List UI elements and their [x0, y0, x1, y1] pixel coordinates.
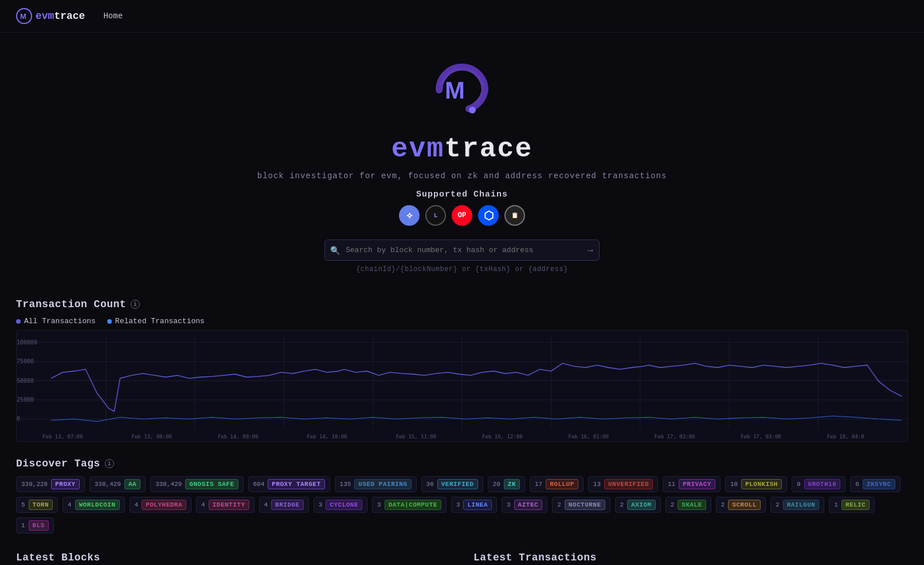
- tag-count: 1: [834, 501, 838, 508]
- tag-count: 36: [426, 481, 434, 488]
- tag-item[interactable]: 135USED PAIRING: [335, 476, 417, 492]
- tag-badge: SKALE: [678, 500, 706, 510]
- svg-text:M: M: [20, 12, 26, 21]
- tag-badge: WORLDCOIN: [75, 500, 120, 510]
- tag-item[interactable]: 2AXIOM: [615, 497, 661, 513]
- chain-linea-icon[interactable]: L: [425, 205, 446, 226]
- tags-grid: 339,228PROXY338,429AA338,429GNOSIS SAFE6…: [16, 476, 908, 533]
- tag-count: 339,228: [21, 481, 48, 488]
- tag-badge: CYCLONE: [326, 500, 362, 510]
- legend-dot-related: [107, 319, 112, 324]
- chain-base-icon[interactable]: ⬡: [478, 205, 499, 226]
- tag-item[interactable]: 2SCROLL: [716, 497, 766, 513]
- tag-item[interactable]: 2NOCTURNE: [552, 497, 610, 513]
- tag-item[interactable]: 3DATA|COMPUTE: [372, 497, 447, 513]
- tag-item[interactable]: 338,429AA: [89, 476, 146, 492]
- tag-count: 4: [201, 501, 205, 508]
- svg-text:Feb 13, 07:00: Feb 13, 07:00: [42, 433, 83, 440]
- tag-badge: AZTEC: [514, 500, 543, 510]
- svg-text:Feb 17, 02:00: Feb 17, 02:00: [655, 433, 695, 440]
- tag-item[interactable]: 17ROLLUP: [530, 476, 584, 492]
- svg-text:0: 0: [17, 415, 20, 422]
- tag-item[interactable]: 4POLYHEDRA: [130, 497, 192, 513]
- tag-count: 2: [620, 501, 624, 508]
- tag-item[interactable]: 3LINEA: [451, 497, 497, 513]
- tag-item[interactable]: 11PRIVACY: [663, 476, 721, 492]
- tag-item[interactable]: 339,228PROXY: [16, 476, 85, 492]
- legend-dot-all: [16, 319, 21, 324]
- tag-item[interactable]: 3AZTEC: [502, 497, 547, 513]
- chain-icons: ⟡ L OP ⬡ 📋: [399, 205, 525, 226]
- tag-count: 6: [855, 481, 859, 488]
- search-input[interactable]: [324, 240, 600, 261]
- transaction-count-info-icon[interactable]: i: [131, 300, 140, 309]
- tag-badge: AA: [124, 479, 140, 489]
- tag-badge: GNOSIS SAFE: [185, 479, 238, 489]
- tag-badge: BLS: [29, 520, 49, 531]
- chain-op-icon[interactable]: OP: [452, 205, 472, 226]
- tag-count: 4: [264, 501, 268, 508]
- tag-count: 20: [493, 481, 500, 488]
- navbar: M evmtrace Home: [0, 0, 924, 33]
- tag-item[interactable]: 6ZKSYNC: [850, 476, 900, 492]
- tag-badge: POLYHEDRA: [142, 500, 186, 510]
- chain-scroll-icon[interactable]: 📋: [504, 205, 525, 226]
- tag-item[interactable]: 1RELIC: [829, 497, 875, 513]
- tag-count: 2: [557, 501, 561, 508]
- latest-blocks-title: Latest Blocks: [16, 552, 451, 563]
- tag-badge: ROLLUP: [546, 479, 578, 489]
- latest-transactions-title: Latest Transactions: [473, 552, 908, 563]
- transaction-count-section: Transaction Count i All Transactions Rel…: [16, 299, 908, 442]
- tag-count: 2: [776, 501, 780, 508]
- search-hint: {chainId}/{blockNumber} or {txHash} or {…: [356, 265, 568, 273]
- svg-text:Feb 16, 12:00: Feb 16, 12:00: [482, 433, 522, 440]
- hero-section: M evmtrace block investigator for evm, f…: [0, 33, 924, 285]
- svg-text:Feb 14, 09:00: Feb 14, 09:00: [218, 433, 258, 440]
- tag-badge: PROXY TARGET: [268, 479, 324, 489]
- tag-count: 11: [668, 481, 675, 488]
- tag-item[interactable]: 2SKALE: [665, 497, 711, 513]
- tag-item[interactable]: 13UNVERIFIED: [588, 476, 658, 492]
- tag-count: 9: [797, 481, 801, 488]
- legend-all: All Transactions: [16, 317, 96, 325]
- tag-count: 13: [593, 481, 601, 488]
- nav-home-link[interactable]: Home: [103, 11, 123, 21]
- discover-tags-title: Discover Tags i: [16, 458, 908, 469]
- search-submit-button[interactable]: →: [586, 245, 595, 256]
- discover-tags-info-icon[interactable]: i: [105, 459, 114, 468]
- svg-text:100000: 100000: [17, 338, 37, 345]
- discover-tags-section: Discover Tags i 339,228PROXY338,429AA338…: [16, 458, 908, 533]
- nav-logo[interactable]: M evmtrace: [16, 8, 85, 24]
- tag-count: 4: [135, 501, 139, 508]
- tag-item[interactable]: 4BRIDGE: [259, 497, 309, 513]
- main-content: Transaction Count i All Transactions Rel…: [0, 285, 924, 565]
- tag-item[interactable]: 36VERIFIED: [421, 476, 483, 492]
- tag-item[interactable]: 4IDENTITY: [196, 497, 254, 513]
- hero-subtitle: block investigator for evm, focused on z…: [257, 171, 667, 181]
- tag-item[interactable]: 9GROTH16: [792, 476, 845, 492]
- tag-item[interactable]: 1BLS: [16, 517, 54, 533]
- svg-text:Feb 18, 04:0: Feb 18, 04:0: [827, 433, 864, 440]
- tag-item[interactable]: 3CYCLONE: [314, 497, 367, 513]
- tag-count: 3: [507, 501, 511, 508]
- tag-item[interactable]: 2RAILGUN: [770, 497, 824, 513]
- svg-point-3: [469, 107, 476, 113]
- tag-item[interactable]: 604PROXY TARGET: [248, 476, 330, 492]
- chart-legend: All Transactions Related Transactions: [16, 317, 908, 325]
- tag-count: 4: [68, 501, 72, 508]
- transaction-count-title: Transaction Count i: [16, 299, 908, 310]
- tag-count: 3: [319, 501, 323, 508]
- tag-item[interactable]: 10PLONKISH: [725, 476, 787, 492]
- tag-item[interactable]: 338,429GNOSIS SAFE: [150, 476, 243, 492]
- search-container: 🔍 →: [324, 240, 600, 261]
- tag-badge: UNVERIFIED: [604, 479, 653, 489]
- svg-text:Feb 13, 08:00: Feb 13, 08:00: [132, 433, 172, 440]
- chain-eth-icon[interactable]: ⟡: [399, 205, 420, 226]
- tag-badge: VERIFIED: [437, 479, 478, 489]
- tag-badge: LINEA: [463, 500, 492, 510]
- tag-badge: NOCTURNE: [565, 500, 605, 510]
- tag-item[interactable]: 4WORLDCOIN: [62, 497, 125, 513]
- tag-count: 1: [21, 522, 25, 529]
- tag-item[interactable]: 5TORN: [16, 497, 58, 513]
- tag-item[interactable]: 20ZK: [488, 476, 525, 492]
